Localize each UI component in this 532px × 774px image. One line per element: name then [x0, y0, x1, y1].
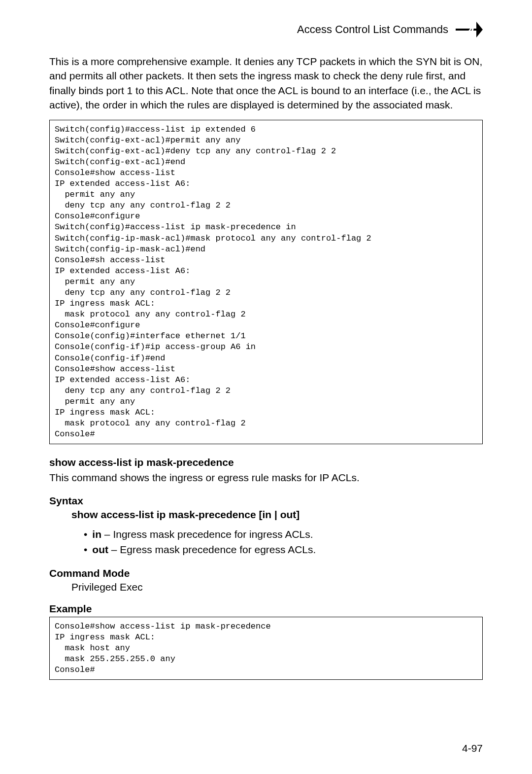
syntax-heading: Syntax — [49, 495, 483, 507]
bullet-key: out — [92, 544, 108, 555]
bullet-desc: – Egress mask precedence for egress ACLs… — [108, 544, 316, 555]
bullet-key: in — [92, 528, 101, 540]
intro-paragraph: This is a more comprehensive example. It… — [49, 54, 483, 112]
chapter-icon: 4 — [456, 20, 483, 39]
syntax-bullets: • in – Ingress mask precedence for ingre… — [84, 527, 483, 558]
command-mode-heading: Command Mode — [49, 567, 483, 579]
command-name: show access-list ip mask-precedence — [49, 457, 483, 468]
example-heading: Example — [49, 603, 483, 615]
bullet-item: • out – Egress mask precedence for egres… — [84, 542, 483, 558]
bullet-desc: – Ingress mask precedence for ingress AC… — [101, 528, 313, 540]
page-header: Access Control List Commands 4 — [49, 20, 483, 39]
bullet-item: • in – Ingress mask precedence for ingre… — [84, 527, 483, 542]
bullet-mark: • — [84, 542, 87, 558]
code-block-1: Switch(config)#access-list ip extended 6… — [49, 120, 483, 445]
bullet-mark: • — [84, 527, 87, 542]
page-number: 4-97 — [462, 742, 483, 754]
command-mode-text: Privileged Exec — [71, 581, 483, 593]
syntax-line: show access-list ip mask-precedence [in … — [71, 509, 483, 521]
code-block-2: Console#show access-list ip mask-precede… — [49, 617, 483, 680]
svg-text:4: 4 — [466, 24, 474, 39]
header-title: Access Control List Commands — [297, 23, 448, 36]
command-description: This command shows the ingress or egress… — [49, 470, 483, 485]
